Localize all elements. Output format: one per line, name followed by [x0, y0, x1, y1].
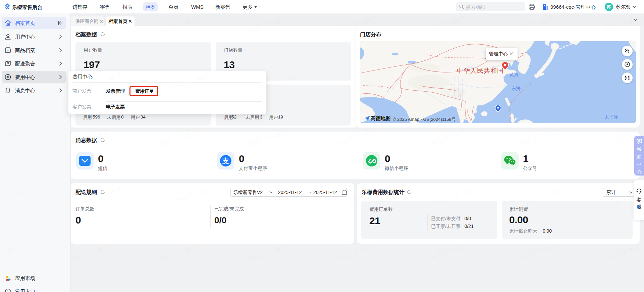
svg-text:高德地图: 高德地图	[371, 115, 391, 121]
svg-text:© 2025 Amap - GS(2024)1158号: © 2025 Amap - GS(2024)1158号	[393, 117, 456, 122]
svg-text:支: 支	[222, 157, 229, 165]
svg-text:东海: 东海	[512, 86, 521, 91]
svg-text:黄海: 黄海	[509, 72, 519, 77]
svg-text:太平洋: 太平洋	[604, 114, 618, 119]
svg-text:中华人民共和国: 中华人民共和国	[457, 67, 504, 74]
